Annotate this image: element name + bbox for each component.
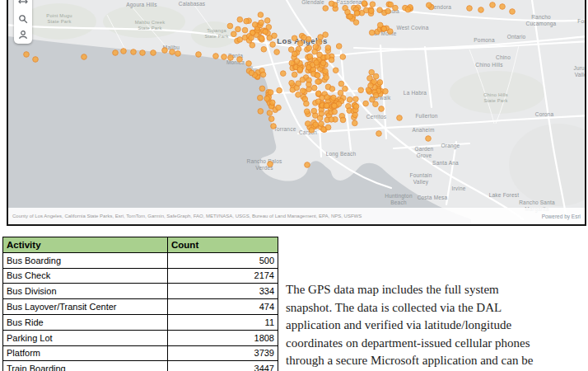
gps-data-point[interactable] [320,60,326,66]
gps-data-point[interactable] [373,73,379,79]
gps-data-point[interactable] [388,2,394,7]
gps-data-point[interactable] [270,100,276,106]
gps-data-point[interactable] [276,105,282,110]
gps-data-point[interactable] [258,95,264,101]
gps-data-point[interactable] [348,14,353,20]
gps-data-point[interactable] [369,8,375,14]
gps-data-point[interactable] [268,90,273,96]
gps-data-point[interactable] [296,92,301,98]
gps-data-point[interactable] [175,51,181,57]
gps-data-point[interactable] [196,52,202,58]
gps-data-point[interactable] [314,60,320,66]
gps-data-point[interactable] [388,29,394,35]
gps-data-point[interactable] [329,1,334,7]
gps-data-point[interactable] [338,90,343,96]
gps-data-point[interactable] [363,101,369,106]
gps-data-point[interactable] [370,2,376,7]
gps-data-point[interactable] [264,18,270,24]
gps-data-point[interactable] [385,8,391,14]
gps-data-point[interactable] [140,50,146,56]
search-icon[interactable] [18,14,28,24]
gps-data-point[interactable] [258,12,264,18]
gps-data-point[interactable] [258,109,264,115]
gps-data-point[interactable] [340,54,346,60]
gps-data-point[interactable] [315,91,321,96]
gps-data-point[interactable] [325,124,331,130]
gps-data-point[interactable] [383,89,389,95]
gps-data-point[interactable] [263,29,268,35]
gps-data-point[interactable] [227,23,233,29]
gps-data-point[interactable] [324,95,330,101]
gps-data-point[interactable] [236,26,241,32]
gps-data-point[interactable] [490,2,496,8]
gps-data-point[interactable] [24,52,30,58]
gps-data-point[interactable] [329,57,334,63]
gps-data-point[interactable] [249,70,254,76]
gps-data-point[interactable] [317,52,323,58]
gps-data-point[interactable] [358,87,364,93]
gps-data-point[interactable] [304,101,310,106]
gps-data-point[interactable] [313,122,319,128]
gps-data-point[interactable] [260,72,266,77]
gps-data-point[interactable] [343,86,348,92]
gps-data-point[interactable] [82,54,87,60]
gps-data-point[interactable] [379,106,385,112]
gps-data-point[interactable] [306,82,312,87]
gps-data-point[interactable] [467,6,473,12]
gps-data-point[interactable] [340,117,346,123]
gps-data-point[interactable] [261,47,267,53]
gps-data-point[interactable] [228,55,234,61]
gps-data-point[interactable] [297,40,303,46]
gps-data-point[interactable] [294,59,300,64]
gps-data-point[interactable] [426,136,432,142]
gps-data-point[interactable] [333,68,338,73]
gps-data-point[interactable] [354,11,360,16]
gps-data-point[interactable] [301,35,307,40]
gps-data-point[interactable] [268,116,274,122]
gps-data-point[interactable] [312,85,318,91]
gps-data-point[interactable] [272,33,278,39]
gps-data-point[interactable] [292,51,298,57]
gps-data-point[interactable] [170,49,175,55]
gps-data-point[interactable] [324,75,329,81]
gps-data-point[interactable] [510,9,516,15]
gps-data-point[interactable] [306,45,312,51]
gps-data-point[interactable] [405,7,411,12]
gps-data-point[interactable] [336,44,342,49]
expand-arrows-icon[interactable] [18,0,28,8]
gps-data-point[interactable] [259,35,265,41]
gps-data-point[interactable] [244,18,250,24]
gps-data-point[interactable] [151,50,156,56]
gps-data-point[interactable] [353,20,359,26]
gps-data-point[interactable] [237,57,243,63]
gps-data-point[interactable] [319,121,324,127]
gps-data-point[interactable] [377,7,383,13]
gps-data-point[interactable] [237,37,243,43]
gps-data-point[interactable] [329,87,335,92]
gps-data-point[interactable] [292,72,297,77]
gps-data-point[interactable] [353,104,359,110]
gps-data-point[interactable] [377,22,383,28]
gps-data-point[interactable] [162,48,168,54]
gps-data-point[interactable] [319,111,324,117]
gps-data-point[interactable] [289,80,295,86]
gps-data-point[interactable] [259,86,265,92]
gps-data-point[interactable] [121,49,127,54]
gps-data-point[interactable] [249,35,254,41]
gps-data-point[interactable] [305,162,310,168]
gps-data-point[interactable] [307,54,313,59]
gps-data-point[interactable] [281,71,287,77]
gps-data-point[interactable] [271,124,277,129]
gps-data-point[interactable] [315,79,321,85]
gps-data-point[interactable] [427,2,432,8]
gps-data-point[interactable] [332,103,338,109]
gps-data-point[interactable] [222,54,227,60]
gps-data-point[interactable] [313,45,319,50]
gps-data-point[interactable] [353,96,359,102]
gps-data-point[interactable] [323,68,329,74]
gps-data-point[interactable] [311,108,317,114]
gps-data-point[interactable] [242,27,248,33]
gps-data-point[interactable] [246,61,252,67]
gps-data-point[interactable] [373,92,379,98]
gps-data-point[interactable] [368,83,374,89]
